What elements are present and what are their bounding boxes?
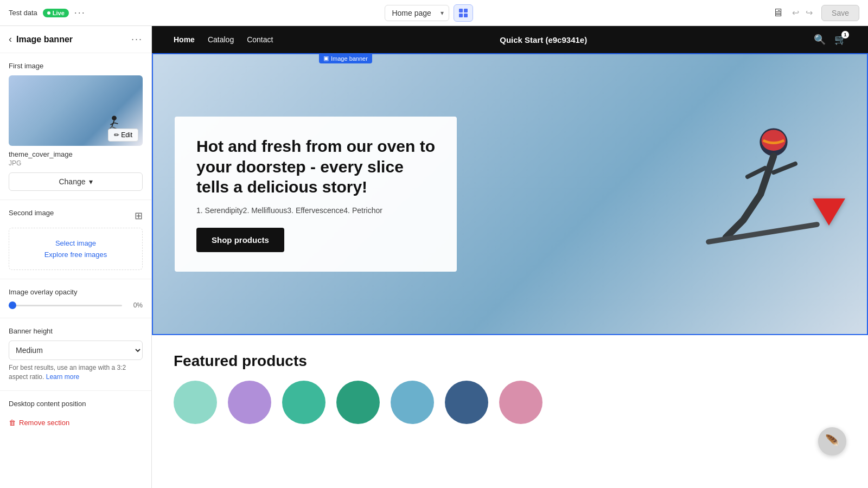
overlay-opacity-section: Image overlay opacity 0%	[0, 279, 151, 318]
test-data-label: Test data	[9, 9, 37, 17]
svg-line-9	[114, 123, 118, 124]
image-banner-tag: ▣ Image banner	[319, 53, 372, 63]
featured-section: Featured products	[152, 335, 868, 488]
main-layout: ‹ Image banner ··· First image ✏ Edit	[0, 26, 868, 488]
top-bar-menu-button[interactable]: ···	[74, 7, 86, 18]
shop-products-button[interactable]: Shop products	[196, 228, 284, 252]
product-circle-4[interactable]	[336, 381, 380, 424]
svg-rect-0	[459, 9, 463, 12]
product-circle-5[interactable]	[391, 381, 434, 424]
overlay-slider[interactable]	[9, 305, 122, 306]
first-image-label: First image	[9, 62, 143, 70]
second-image-section: Second image ⊞ Select image Explore free…	[0, 200, 151, 279]
page-select-wrap: Home page	[385, 5, 449, 21]
save-button[interactable]: Save	[821, 5, 859, 21]
panel-header: ‹ Image banner ···	[0, 26, 151, 53]
grid-icon	[458, 8, 468, 18]
pen-icon: 🪶	[825, 434, 840, 448]
hero-snowboarder-icon	[661, 107, 834, 281]
product-circle-7[interactable]	[499, 381, 542, 424]
shop-nav-icons: 🔍 🛒 1	[814, 34, 846, 46]
live-label: Live	[53, 10, 65, 16]
top-bar: Test data Live ··· Home page 🖥 ↩ ↪ Sav	[0, 0, 868, 26]
remove-section-button[interactable]: 🗑 Remove section	[0, 412, 151, 433]
image-filetype: JPG	[9, 159, 143, 167]
svg-rect-1	[464, 9, 468, 12]
image-upload-box: Select image Explore free images	[9, 228, 143, 270]
slider-row: 0%	[9, 301, 143, 309]
hero-content-box: Hot and fresh from our oven to your door…	[175, 117, 457, 272]
top-bar-center: Home page	[385, 4, 473, 22]
product-circle-1[interactable]	[174, 381, 217, 424]
page-select[interactable]: Home page	[385, 5, 449, 21]
learn-more-link[interactable]: Learn more	[46, 373, 79, 381]
search-button[interactable]: 🔍	[814, 34, 826, 46]
svg-point-4	[112, 115, 117, 120]
scroll-arrow	[813, 198, 845, 226]
panel-title: Image banner	[16, 35, 73, 44]
right-content: Home Catalog Contact Quick Start (e9c934…	[152, 26, 868, 488]
banner-height-label: Banner height	[9, 327, 143, 335]
hero-title: Hot and fresh from our oven to your door…	[196, 136, 435, 197]
arrow-down-icon	[813, 198, 845, 226]
image-filename: theme_cover_image	[9, 150, 143, 158]
change-chevron-icon: ▾	[89, 177, 93, 186]
product-circle-6[interactable]	[445, 381, 488, 424]
explore-free-images-link[interactable]: Explore free images	[44, 251, 107, 259]
undo-redo-group: ↩ ↪	[790, 5, 815, 20]
overlay-opacity-label: Image overlay opacity	[9, 288, 143, 296]
hero-subtitle: 1. Serendipity2. Mellifluous3. Effervesc…	[196, 206, 435, 215]
undo-button[interactable]: ↩	[790, 5, 801, 20]
desktop-position-label: Desktop content position	[0, 391, 151, 412]
trash-icon: 🗑	[9, 419, 16, 427]
live-badge: Live	[43, 9, 69, 17]
svg-rect-2	[459, 14, 463, 17]
second-image-label: Second image	[9, 209, 54, 217]
search-icon: 🔍	[814, 34, 826, 45]
shop-nav-links: Home Catalog Contact	[174, 35, 273, 44]
live-dot	[47, 11, 50, 15]
product-circle-3[interactable]	[282, 381, 326, 424]
banner-height-section: Banner height Small Medium Large For bes…	[0, 318, 151, 391]
change-image-button[interactable]: Change ▾	[9, 172, 143, 191]
floating-pen-button[interactable]: 🪶	[818, 427, 846, 455]
product-circle-2[interactable]	[228, 381, 271, 424]
overlay-value: 0%	[127, 301, 143, 309]
stack-icon: ⊞	[135, 210, 143, 222]
left-panel: ‹ Image banner ··· First image ✏ Edit	[0, 26, 152, 488]
remove-section-label: Remove section	[19, 419, 69, 427]
panel-menu-button[interactable]: ···	[131, 34, 143, 45]
select-image-link[interactable]: Select image	[55, 239, 96, 247]
grid-view-button[interactable]	[454, 4, 473, 22]
panel-header-left: ‹ Image banner	[9, 34, 73, 45]
change-image-label: Change	[59, 177, 85, 186]
monitor-icon: 🖥	[773, 7, 783, 19]
image-banner-tag-label: Image banner	[331, 55, 368, 62]
hero-banner: Hot and fresh from our oven to your door…	[152, 53, 868, 335]
back-button[interactable]: ‹	[9, 34, 12, 45]
redo-button[interactable]: ↪	[803, 5, 815, 20]
first-image-section: First image ✏ Edit theme_cover_image JPG…	[0, 53, 151, 200]
banner-height-hint: For best results, use an image with a 3:…	[9, 363, 143, 382]
nav-link-catalog[interactable]: Catalog	[208, 35, 234, 44]
shop-navigation: Home Catalog Contact Quick Start (e9c934…	[152, 26, 868, 53]
nav-link-contact[interactable]: Contact	[247, 35, 273, 44]
cart-button[interactable]: 🛒 1	[834, 34, 846, 46]
product-circles	[174, 381, 846, 424]
first-image-preview: ✏ Edit	[9, 75, 143, 146]
top-bar-right: 🖥 ↩ ↪ Save	[773, 5, 859, 21]
svg-rect-3	[464, 14, 468, 17]
banner-height-select[interactable]: Small Medium Large	[9, 341, 143, 360]
featured-title: Featured products	[174, 352, 846, 370]
shop-brand: Quick Start (e9c9341e)	[500, 35, 587, 44]
edit-image-button[interactable]: ✏ Edit	[108, 129, 138, 142]
nav-link-home[interactable]: Home	[174, 35, 195, 44]
top-bar-left: Test data Live ···	[9, 7, 86, 18]
image-banner-tag-icon: ▣	[323, 55, 329, 62]
cart-badge: 1	[841, 31, 849, 38]
second-image-header: Second image ⊞	[9, 209, 143, 222]
